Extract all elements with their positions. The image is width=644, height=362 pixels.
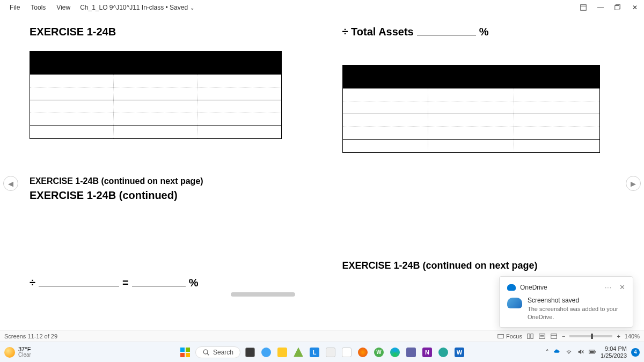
zoom-slider[interactable] <box>569 335 612 337</box>
exercise-title: EXERCISE 1-24B <box>30 26 302 38</box>
clock-date: 1/25/2023 <box>601 352 627 359</box>
table-row <box>343 127 599 139</box>
table-row <box>30 125 281 138</box>
chevron-down-icon: ⌄ <box>190 5 194 11</box>
svg-rect-5 <box>528 334 530 338</box>
svg-rect-17 <box>595 351 596 352</box>
blank-value <box>417 26 476 35</box>
task-view-icon[interactable] <box>244 346 257 359</box>
menu-file[interactable]: File <box>4 2 25 13</box>
battery-icon[interactable] <box>589 348 596 357</box>
svg-rect-6 <box>531 334 533 338</box>
menu-bar: File Tools View Ch_1_LO 9^J10^J11 In-cla… <box>0 0 644 15</box>
search-label: Search <box>213 349 233 356</box>
taskbar-app-3[interactable] <box>292 346 305 359</box>
file-explorer-icon[interactable] <box>276 346 289 359</box>
svg-rect-3 <box>615 6 619 10</box>
menu-tools[interactable]: Tools <box>25 2 51 13</box>
focus-mode-button[interactable]: Focus <box>497 333 522 340</box>
restore-button[interactable] <box>612 2 624 13</box>
taskbar-app-1[interactable] <box>260 346 273 359</box>
blank-divisor <box>39 277 119 286</box>
svg-line-13 <box>207 353 209 355</box>
taskbar-app-4[interactable]: L <box>308 346 321 359</box>
percent-symbol: % <box>479 26 489 38</box>
status-bar: Screens 11-12 of 29 Focus − + 140% <box>0 330 644 342</box>
onedrive-notification: OneDrive ··· ✕ Screenshot saved The scre… <box>499 276 633 328</box>
percent-symbol: % <box>189 277 199 289</box>
taskbar: 37°F Clear Search L W N W ˄ 9:04 PM 1/25 <box>0 342 644 362</box>
table-row <box>343 88 599 101</box>
ribbon-options-button[interactable] <box>577 2 589 13</box>
search-icon <box>202 349 210 356</box>
continued-note: EXERCISE 1-24B (continued on next page) <box>30 176 302 186</box>
edge-icon[interactable] <box>389 346 401 359</box>
divide-total-assets-label: ÷ Total Assets <box>342 26 414 38</box>
taskbar-app-8[interactable]: W <box>372 346 385 359</box>
onedrive-brand-label: OneDrive <box>520 284 547 291</box>
table-header <box>30 51 281 74</box>
window-controls: — ✕ <box>577 2 641 13</box>
table-row <box>343 101 599 114</box>
divide-symbol: ÷ <box>30 277 35 289</box>
table-row <box>30 87 281 100</box>
continued-note-right: EXERCISE 1-24B (continued on next page) <box>342 260 615 271</box>
firefox-icon[interactable] <box>356 346 369 359</box>
table-row <box>30 100 281 113</box>
notification-title: Screenshot saved <box>528 297 625 304</box>
table-row <box>30 74 281 87</box>
zoom-level[interactable]: 140% <box>625 333 640 339</box>
zoom-in-button[interactable]: + <box>617 333 620 339</box>
exercise-title-continued: EXERCISE 1-24B (continued) <box>30 189 302 202</box>
formula-heading: ÷ Total Assets % <box>342 26 615 38</box>
formula-line: ÷ = % <box>30 277 302 289</box>
weather-icon <box>4 347 15 358</box>
svg-rect-18 <box>590 351 594 353</box>
notification-body: The screenshot was added to your OneDriv… <box>528 305 625 321</box>
equals-symbol: = <box>122 277 129 289</box>
close-button[interactable]: ✕ <box>629 2 641 13</box>
horizontal-scrollbar[interactable] <box>231 292 295 297</box>
menu-view[interactable]: View <box>51 2 76 13</box>
onedrive-tray-icon[interactable] <box>553 348 561 357</box>
worksheet-table-left <box>30 51 282 139</box>
zoom-out-button[interactable]: − <box>562 333 565 339</box>
onedrive-large-icon <box>507 298 522 308</box>
onenote-icon[interactable]: N <box>421 346 434 359</box>
notification-close-button[interactable]: ✕ <box>619 283 625 291</box>
taskbar-app-12[interactable] <box>437 346 450 359</box>
svg-rect-4 <box>498 334 504 338</box>
view-web-button[interactable] <box>550 333 558 340</box>
view-print-button[interactable] <box>526 333 534 340</box>
minimize-button[interactable]: — <box>595 2 606 13</box>
clock-time: 9:04 PM <box>605 345 627 352</box>
page-left: EXERCISE 1-24B EX <box>0 15 324 330</box>
weather-widget[interactable]: 37°F Clear <box>4 346 31 358</box>
taskbar-app-5[interactable] <box>324 346 337 359</box>
table-row <box>30 113 281 125</box>
document-name[interactable]: Ch_1_LO 9^J10^J11 In-class • Saved ⌄ <box>76 2 199 13</box>
taskbar-app-6[interactable] <box>340 346 353 359</box>
tray-chevron-icon[interactable]: ˄ <box>546 349 549 356</box>
worksheet-table-right <box>342 65 600 153</box>
wifi-icon[interactable] <box>565 348 573 357</box>
clock[interactable]: 9:04 PM 1/25/2023 <box>601 345 627 358</box>
taskbar-center: Search L W N W <box>178 345 466 359</box>
weather-condition: Clear <box>18 352 31 358</box>
screen-count: Screens 11-12 of 29 <box>4 333 57 339</box>
view-read-button[interactable] <box>538 333 546 340</box>
document-name-text: Ch_1_LO 9^J10^J11 In-class • Saved <box>80 4 188 11</box>
system-tray: ˄ 9:04 PM 1/25/2023 4 <box>546 345 640 358</box>
svg-rect-10 <box>551 334 557 338</box>
table-row <box>343 139 599 152</box>
table-header <box>343 65 599 88</box>
blank-result <box>132 277 186 286</box>
teams-icon[interactable] <box>405 346 418 359</box>
search-button[interactable]: Search <box>195 346 240 358</box>
sound-muted-icon[interactable] <box>577 348 584 357</box>
start-button[interactable] <box>178 345 192 359</box>
notification-more-button[interactable]: ··· <box>605 284 612 291</box>
notification-count[interactable]: 4 <box>631 348 640 357</box>
svg-point-12 <box>203 350 208 354</box>
word-icon[interactable]: W <box>453 346 466 359</box>
